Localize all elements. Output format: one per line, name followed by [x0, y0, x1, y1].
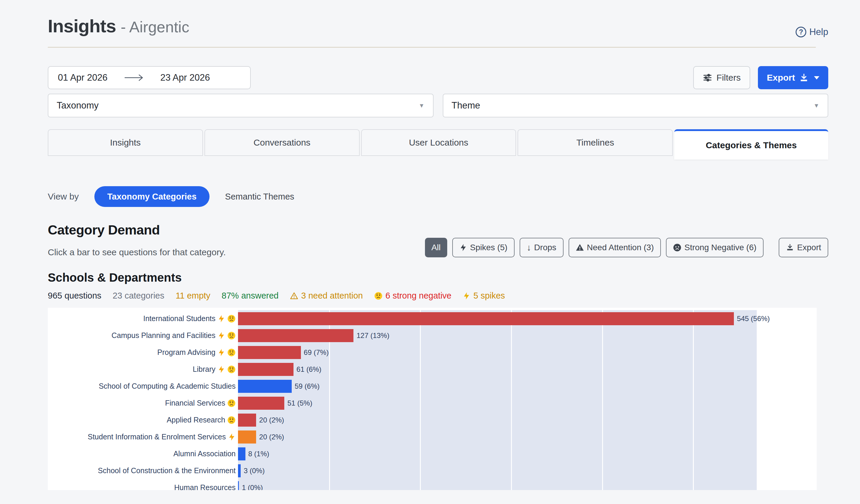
view-by-option-taxonomy-categories[interactable]: Taxonomy Categories: [95, 186, 210, 207]
spike-icon: [217, 315, 225, 323]
bar-zone: 3 (0%): [235, 462, 817, 479]
strong-negative-icon: [227, 365, 235, 373]
bar-value-label: 51 (5%): [287, 399, 312, 407]
filter-chip-all[interactable]: All: [425, 238, 447, 257]
stat-text: 3 need attention: [301, 291, 363, 301]
selector-row: Taxonomy ▼ Theme ▼: [48, 94, 828, 117]
category-label: School of Construction & the Environment: [48, 466, 235, 475]
category-label: Student Information & Enrolment Services: [48, 432, 235, 441]
date-end: 23 Apr 2026: [160, 72, 210, 83]
tab-insights[interactable]: Insights: [48, 129, 203, 156]
export-button[interactable]: Export: [758, 66, 828, 89]
bar-school-of-computing-and-academic-studies[interactable]: [238, 380, 292, 393]
filter-chip-strong-negative-6[interactable]: Strong Negative (6): [666, 238, 763, 257]
category-label-text: Library: [193, 365, 215, 373]
spike-icon: [228, 433, 235, 441]
category-demand-chart: International Students545 (56%)Campus Pl…: [48, 308, 817, 490]
bar-student-information-and-enrolment-services[interactable]: [238, 430, 256, 444]
bar-zone: 59 (6%): [235, 378, 817, 395]
bar-campus-planning-and-facilities[interactable]: [238, 329, 354, 342]
lightning-bolt-icon: [459, 244, 467, 251]
filter-chip-export[interactable]: Export: [779, 238, 828, 257]
chart-row-student-information-and-enrolment-services: Student Information & Enrolment Services…: [48, 428, 817, 445]
bar-alumni-association[interactable]: [238, 447, 245, 460]
category-demand-title: Category Demand: [48, 222, 226, 238]
bar-program-advising[interactable]: [238, 346, 301, 359]
bar-value-label: 59 (6%): [295, 382, 320, 390]
date-start: 01 Apr 2026: [58, 72, 108, 83]
lightning-bolt-icon: [463, 292, 470, 300]
chart-row-library: Library61 (6%): [48, 361, 817, 378]
category-label: Library: [48, 365, 235, 373]
category-label-text: School of Construction & the Environment: [98, 466, 235, 475]
tab-conversations[interactable]: Conversations: [204, 129, 360, 156]
chart-row-financial-services: Financial Services51 (5%): [48, 395, 817, 412]
bar-value-label: 8 (1%): [248, 450, 270, 458]
sad-face-filled-icon: [673, 243, 682, 252]
caret-down-icon: ▼: [813, 102, 819, 109]
taxonomy-select-value: Taxonomy: [57, 100, 99, 111]
stat-965-questions: 965 questions: [48, 291, 101, 301]
taxonomy-select[interactable]: Taxonomy ▼: [48, 94, 433, 117]
header-divider: [48, 47, 816, 48]
category-demand-header: Category Demand Click a bar to see quest…: [48, 222, 828, 257]
section-title: Schools & Departments: [48, 271, 828, 284]
bar-zone: 1 (0%): [235, 479, 817, 490]
chart-rows: International Students545 (56%)Campus Pl…: [48, 308, 817, 490]
date-range-picker[interactable]: 01 Apr 2026 23 Apr 2026: [48, 66, 251, 89]
bar-zone: 69 (7%): [235, 344, 817, 361]
filters-button[interactable]: Filters: [693, 66, 750, 89]
help-button[interactable]: ? Help: [796, 27, 828, 38]
filter-chip-spikes-5[interactable]: Spikes (5): [452, 238, 515, 257]
category-demand-subtitle: Click a bar to see questions for that ca…: [48, 247, 226, 257]
category-label-text: Program Advising: [157, 348, 215, 357]
bar-financial-services[interactable]: [238, 397, 284, 410]
strong-negative-icon: [227, 416, 235, 424]
toolbar: 01 Apr 2026 23 Apr 2026: [48, 66, 828, 89]
bar-value-label: 127 (13%): [356, 331, 389, 340]
help-label: Help: [809, 27, 828, 38]
filter-chip-label: Drops: [534, 243, 556, 252]
bar-international-students[interactable]: [238, 312, 734, 325]
theme-select[interactable]: Theme ▼: [443, 94, 829, 117]
bar-value-label: 20 (2%): [259, 433, 284, 441]
section-stats: 965 questions23 categories11 empty87% an…: [48, 291, 828, 301]
page-subtitle: - Airgentic: [121, 18, 189, 36]
view-by-label: View by: [48, 192, 79, 202]
stat-5-spikes: 5 spikes: [463, 291, 505, 301]
filter-chip-drops[interactable]: ↓Drops: [520, 238, 563, 257]
bar-value-label: 69 (7%): [304, 349, 329, 357]
bar-applied-research[interactable]: [238, 414, 256, 427]
filter-chip-need-attention-3[interactable]: Need Attention (3): [569, 238, 661, 257]
strong-negative-icon: [227, 399, 235, 407]
chart-row-program-advising: Program Advising69 (7%): [48, 344, 817, 361]
filters-label: Filters: [716, 73, 741, 83]
download-icon: [799, 73, 809, 83]
caret-down-icon: [814, 76, 819, 79]
tab-user-locations[interactable]: User Locations: [361, 129, 516, 156]
stat-23-categories: 23 categories: [113, 291, 164, 301]
category-filter-chips: AllSpikes (5)↓DropsNeed Attention (3)Str…: [425, 238, 828, 257]
bar-library[interactable]: [238, 363, 293, 376]
category-label-text: Applied Research: [167, 416, 225, 424]
tab-categories-and-themes[interactable]: Categories & Themes: [674, 129, 828, 160]
bar-zone: 8 (1%): [235, 445, 817, 462]
download-icon: [786, 243, 794, 252]
bar-value-label: 3 (0%): [244, 466, 265, 475]
category-label: Campus Planning and Facilities: [48, 331, 235, 340]
chart-row-school-of-construction-and-the-environment: School of Construction & the Environment…: [48, 462, 817, 479]
category-label: Applied Research: [48, 416, 235, 424]
category-label-text: Financial Services: [165, 399, 225, 407]
tab-timelines[interactable]: Timelines: [518, 129, 673, 156]
question-circle-icon: ?: [796, 27, 806, 38]
category-label: Program Advising: [48, 348, 235, 357]
view-by-option-semantic-themes[interactable]: Semantic Themes: [212, 186, 307, 207]
bar-zone: 20 (2%): [235, 412, 817, 428]
filter-chip-label: All: [431, 243, 441, 252]
filter-chip-label: Strong Negative (6): [684, 243, 757, 252]
bar-school-of-construction-and-the-environment[interactable]: [238, 464, 241, 477]
warning-triangle-outline-icon: [290, 292, 298, 300]
stat-text: 5 spikes: [473, 291, 505, 301]
chart-row-alumni-association: Alumni Association8 (1%): [48, 445, 817, 462]
bar-human-resources[interactable]: [238, 481, 239, 490]
